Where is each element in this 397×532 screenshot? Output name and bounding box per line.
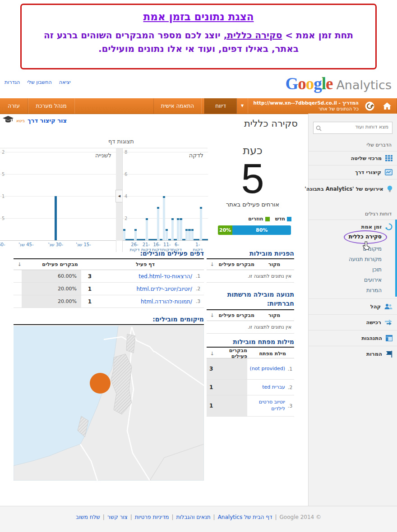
row-index: .1 [192,273,204,279]
active-page-link[interactable]: /תמונות-להורדה.html [98,298,192,305]
header-link-1[interactable]: החשבון שלי [27,79,52,85]
col-active-visitors[interactable]: מבקרים פעילים [214,348,247,359]
map-visitor-marker [90,373,111,394]
annotation-body-line2: באתר, באילו דפים, ועוד אי אלו נתונים מוע… [98,43,299,54]
sidebar-item-shortcuts[interactable]: קיצורי דרך [309,165,397,179]
sidebar-item-acquisition[interactable]: רכישה [309,314,397,330]
google-logo-letter: o [298,74,306,93]
legend-item: חוזרים [248,216,269,222]
col-active-visitors[interactable]: מבקרים פעילים [214,312,254,318]
visitor-percent-bar: 20.00% [22,283,81,295]
active-page-link[interactable]: /יוטיוב/יוטיוב-ילדים.html [98,286,192,292]
sidebar-subitem-5[interactable]: המרות [311,287,382,294]
col-active-page[interactable]: דף פעיל [98,261,192,267]
y-tick-label: 6 [125,172,127,177]
google-logo-letter: G [285,74,298,93]
nav-tab-3[interactable]: עזרה [0,98,28,114]
visitor-count: 1 [81,298,98,305]
sidebar-item-conversions[interactable]: המרות [309,346,397,362]
sidebar-subitem-1[interactable]: מיקומים [311,246,382,252]
top-referrals-table: הפניות מובילות מקור מבקרים פעילים ↓ אין … [207,250,294,283]
table-row: .3/תמונות-להורדה.html120.00% [14,295,204,308]
sidebar-item-label: מרכזי שליטה [351,155,382,161]
sidebar-item-intelligence[interactable]: אירועים של 'Analytics בתבונה' [309,179,397,198]
home-icon[interactable] [378,98,397,114]
minute-bar [134,229,137,240]
account-view-name: כל הנתונים של אתר [250,106,359,112]
footer-separator: | [213,514,215,520]
per-second-chart: לשנייה 2515 -60 שנ'-45 שנ'-30 שנ'-15 שנ' [0,148,116,252]
sort-arrow-icon[interactable]: ↓ [207,351,214,357]
keyword-link[interactable]: עברית ted [247,382,286,393]
table-row: .2עברית ted1 [207,380,294,395]
visitor-percent-label: 20.00% [58,298,81,304]
col-source[interactable]: מקור [254,261,294,267]
minute-bar [166,229,168,240]
sidebar-section-standard-reports: דוחות רגילים [365,211,392,217]
create-shortcut-link[interactable]: צור קיצור דרך [28,117,67,124]
sidebar-item-dashboards[interactable]: מרכזי שליטה [309,151,397,165]
sidebar-item-behavior[interactable]: התנהגות [309,330,397,346]
footer-link-3[interactable]: מדיניות פרטיות [135,514,169,520]
minute-bar [157,207,159,240]
sort-arrow-icon[interactable]: ↓ [207,312,214,318]
annotation-body: תחת זמן אמת > סקירה כללית, יוצג לכם מספר… [22,28,375,55]
keyword-link[interactable]: יוטיוב סרטים לילדים [247,397,286,414]
sidebar-subitem-3[interactable]: תוכן [311,266,382,273]
footer-link-5[interactable]: שלח משוב [76,514,100,520]
audience-icon [384,303,392,310]
sort-arrow-icon[interactable]: ↓ [14,261,22,267]
account-switcher-icon[interactable] [365,101,374,111]
social-empty-message: אין נתונים לתצוגה זו. [207,321,294,334]
top-referrals-title: הפניות מובילות [207,250,294,259]
shortcuts-icon [385,169,392,175]
top-locations-title: מיקומים מובילים: [14,316,204,325]
footer-link-2[interactable]: תנאים והגבלות [176,514,210,520]
search-input[interactable] [324,124,389,130]
google-logo-letter: e [326,74,332,93]
nav-tab-2[interactable]: מנהל מערכת [28,98,75,114]
annotation-box: הצגת נתונים בזמן אמת תחת זמן אמת > סקירה… [20,4,377,69]
dashboards-icon [385,155,392,161]
y-tick-label: 8 [125,150,127,155]
active-page-link[interactable]: /הרצאות-טד-ted.html [98,273,192,280]
right-now-label: כעת [208,144,298,157]
nav-tab-1[interactable]: התאמה אישית [153,98,202,114]
reporting-dropdown-caret[interactable]: ▼ [236,98,248,114]
nav-tab-0[interactable]: דיווח [204,98,237,114]
locations-map[interactable] [14,326,204,482]
sidebar-item-label: קיצורי דרך [355,169,381,175]
col-active-visitors[interactable]: מבקרים פעילים [22,261,98,267]
footer-link-1[interactable]: דף הבית של Analytics [218,514,272,520]
behavior-icon [386,335,392,341]
per-minute-bars [123,148,208,240]
minute-bar [177,218,179,240]
sidebar-subitem-2[interactable]: מקורות תנועה [311,256,382,262]
minute-bar [188,229,190,240]
graduation-cap-icon [3,116,14,125]
pages-table-body: .1/הרצאות-טד-ted.html360.00%.2/יוטיוב/יו… [14,270,204,308]
row-index: .3 [286,403,294,409]
sidebar-subitem-label: אירועים [364,277,382,283]
visitor-count: 1 [81,286,98,292]
sidebar-subitem-0[interactable]: סקירה כללית [311,234,382,240]
google-logo-letter: o [306,74,314,93]
col-keyword[interactable]: מילת מפתח [247,351,286,357]
sidebar-item-audience[interactable]: קהל [309,298,397,314]
x-tick-label: -15 שנ' [76,242,91,247]
sidebar-item-label: המרות [366,351,382,357]
footer-link-4[interactable]: צור קשר [107,514,128,520]
sidebar-subitem-4[interactable]: אירועים [311,277,382,283]
y-tick-label: 2 [125,216,127,221]
main-navbar: דיווחהתאמה אישיתמנהל מערכתעזרה ▼ המדריך … [0,98,397,114]
header-link-2[interactable]: יציאה [59,79,71,85]
minute-bar [185,229,188,240]
minute-bar [163,196,165,240]
col-active-visitors[interactable]: מבקרים פעילים [214,261,254,267]
pageviews-label: תצוגות דף [108,138,190,145]
col-source[interactable]: מקור [254,312,294,318]
keyword-link[interactable]: (not provided) [247,364,286,374]
header-link-0[interactable]: הגדרות [5,79,20,85]
sort-arrow-icon[interactable]: ↓ [207,261,214,267]
account-selector[interactable]: המדריך - http://www.xn--7dbbqer5d.co.il … [250,100,359,112]
